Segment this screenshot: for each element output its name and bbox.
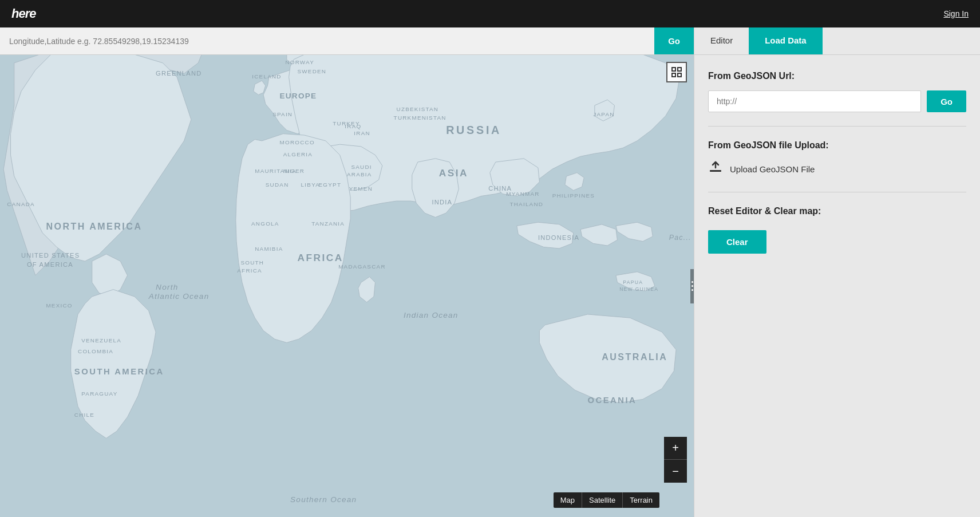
svg-text:ASIA: ASIA [439,167,468,179]
zoom-out-button[interactable]: − [664,460,687,483]
geojson-url-go-button[interactable]: Go [927,90,966,112]
svg-text:SOUTH AMERICA: SOUTH AMERICA [74,367,164,376]
zoom-controls: + − [664,437,687,483]
svg-text:PAPUA: PAPUA [623,279,643,285]
svg-text:Atlantic Ocean: Atlantic Ocean [148,292,210,301]
svg-text:CHILE: CHILE [74,412,94,418]
svg-text:OF AMERICA: OF AMERICA [27,261,73,268]
map-section: Go [0,27,694,517]
geojson-upload-label: From GeoJSON file Upload: [708,140,966,151]
fullscreen-button[interactable] [666,62,687,82]
geojson-url-label: From GeoJSON Url: [708,71,966,81]
svg-text:AFRICA: AFRICA [237,267,262,274]
upload-row[interactable]: Upload GeoJSON File [708,160,966,178]
svg-text:SOUTH: SOUTH [240,259,264,266]
zoom-in-button[interactable]: + [664,437,687,460]
svg-text:THAILAND: THAILAND [509,201,543,207]
svg-rect-59 [672,73,675,77]
panel-content: From GeoJSON Url: Go From GeoJSON file U… [694,55,980,517]
svg-text:MYANMAR: MYANMAR [506,191,539,197]
svg-text:SUDAN: SUDAN [266,181,289,188]
svg-text:SWEDEN: SWEDEN [297,68,326,74]
tab-load-data[interactable]: Load Data [749,27,823,54]
svg-text:SPAIN: SPAIN [272,111,293,117]
map-canvas[interactable]: NORTH AMERICA UNITED STATES OF AMERICA G… [0,55,694,517]
svg-text:MEXICO: MEXICO [46,302,72,309]
svg-text:UZBEKISTAN: UZBEKISTAN [397,106,439,112]
svg-text:PARAGUAY: PARAGUAY [81,390,117,397]
right-panel: Editor Load Data From GeoJSON Url: Go Fr… [694,27,980,517]
svg-text:NORTH AMERICA: NORTH AMERICA [46,221,142,231]
svg-text:PHILIPPINES: PHILIPPINES [552,192,595,199]
clear-button[interactable]: Clear [708,230,766,254]
svg-text:UNITED STATES: UNITED STATES [21,252,80,259]
search-input[interactable] [0,27,654,54]
resize-handle[interactable] [690,269,694,303]
map-type-satellite-button[interactable]: Satellite [582,492,623,508]
main-area: Go [0,27,980,517]
signin-link[interactable]: Sign In [943,9,969,18]
svg-text:North: North [156,283,178,291]
svg-text:JAPAN: JAPAN [593,111,614,117]
svg-text:ICELAND: ICELAND [252,73,281,80]
svg-text:Indian Ocean: Indian Ocean [404,311,459,319]
map-type-terrain-button[interactable]: Terrain [623,492,659,508]
svg-text:CANADA: CANADA [7,201,35,207]
svg-text:IRAN: IRAN [354,130,370,136]
svg-text:MADAGASCAR: MADAGASCAR [338,263,386,270]
svg-text:NORWAY: NORWAY [285,59,314,65]
svg-text:RUSSIA: RUSSIA [446,124,501,136]
svg-text:LIBYA: LIBYA [301,181,320,188]
divider-2 [708,192,966,192]
map-type-map-button[interactable]: Map [554,492,582,508]
panel-tabs: Editor Load Data [694,27,980,55]
svg-text:INDIA: INDIA [432,199,452,206]
svg-text:AFRICA: AFRICA [297,252,343,263]
svg-text:TURKMENISTAN: TURKMENISTAN [394,115,446,121]
svg-rect-60 [678,73,681,77]
svg-text:SAUDI: SAUDI [351,164,372,170]
geojson-url-input[interactable] [708,90,921,112]
svg-text:GREENLAND: GREENLAND [156,70,201,77]
svg-text:TANZANIA: TANZANIA [311,220,345,227]
here-logo: here [11,6,35,21]
search-bar: Go [0,27,694,55]
svg-rect-57 [672,68,675,71]
svg-text:COLOMBIA: COLOMBIA [78,348,113,354]
divider-1 [708,126,966,127]
tab-editor[interactable]: Editor [694,27,749,54]
map-type-controls: Map Satellite Terrain [554,492,659,508]
svg-text:Pac...: Pac... [669,234,691,242]
svg-text:ARABIA: ARABIA [347,171,372,177]
upload-label: Upload GeoJSON File [730,164,815,174]
svg-text:INDONESIA: INDONESIA [538,234,579,241]
search-go-button[interactable]: Go [654,27,694,54]
svg-text:ALGERIA: ALGERIA [283,151,313,157]
svg-text:EUROPE: EUROPE [280,92,317,100]
svg-text:NIGER: NIGER [283,168,305,174]
svg-text:VENEZUELA: VENEZUELA [81,337,121,344]
reset-label: Reset Editor & Clear map: [708,206,966,216]
svg-text:EGYPT: EGYPT [319,181,342,188]
svg-text:Southern Ocean: Southern Ocean [290,495,357,504]
svg-text:NEW GUINEA: NEW GUINEA [619,286,658,292]
topnav: here Sign In [0,0,980,27]
svg-text:ANGOLA: ANGOLA [251,220,279,227]
svg-rect-61 [710,170,721,172]
url-row: Go [708,90,966,112]
upload-icon [708,160,723,178]
svg-text:YEMEN: YEMEN [349,186,373,192]
svg-text:IRAQ: IRAQ [345,123,361,129]
svg-text:MOROCCO: MOROCCO [280,139,315,145]
svg-text:OCEANIA: OCEANIA [587,396,637,405]
svg-text:NAMIBIA: NAMIBIA [255,246,283,252]
svg-text:AUSTRALIA: AUSTRALIA [602,352,667,362]
svg-rect-58 [678,68,681,71]
